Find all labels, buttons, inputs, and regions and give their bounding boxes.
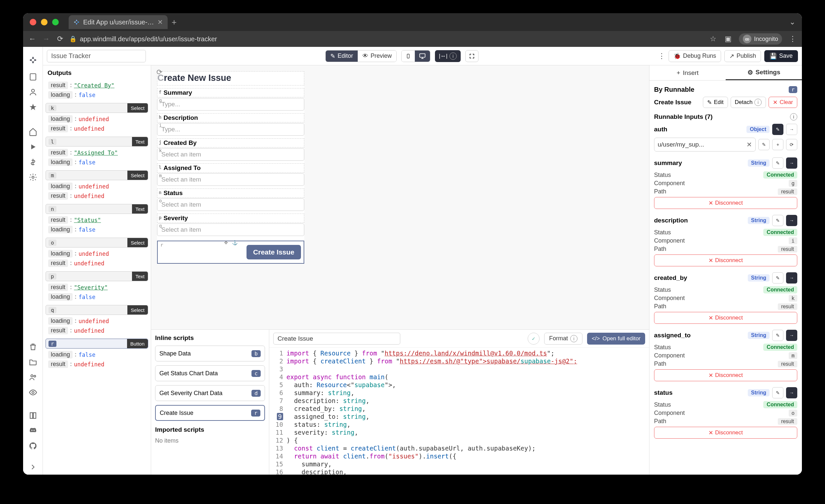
- select-input[interactable]: Select an item: [157, 223, 304, 236]
- debug-runs-button[interactable]: 🐞Debug Runs: [669, 50, 721, 62]
- edit-type-button[interactable]: ✎: [772, 124, 783, 135]
- rail-github-icon[interactable]: [23, 438, 43, 453]
- star-icon[interactable]: ☆: [708, 34, 718, 43]
- settings-tab[interactable]: ⚙Settings: [726, 65, 802, 80]
- select-input[interactable]: Select an item: [157, 173, 304, 186]
- script-name-input[interactable]: [273, 333, 400, 345]
- type-badge: String: [748, 217, 769, 224]
- edit-button[interactable]: ✎: [772, 157, 783, 169]
- fullscreen-button[interactable]: [465, 50, 478, 62]
- url-bar[interactable]: 🔒 app.windmill.dev/apps/edit/u/user/issu…: [69, 35, 704, 43]
- rail-trash-icon[interactable]: [23, 339, 43, 355]
- link-button[interactable]: →: [786, 272, 797, 284]
- disconnect-button[interactable]: ✕ Disconnect: [654, 197, 797, 209]
- script-item[interactable]: Create Issuer: [155, 405, 265, 421]
- check-icon[interactable]: ✓: [528, 333, 539, 345]
- rail-gear-icon[interactable]: [23, 170, 43, 185]
- width-button[interactable]: |↔|i: [435, 50, 461, 62]
- tab-title: Edit App u/user/issue-tracker |: [83, 18, 154, 26]
- auth-resource-select[interactable]: u/user/my_sup... ✕: [654, 138, 756, 151]
- edit-resource-button[interactable]: ✎: [758, 139, 769, 150]
- edit-button[interactable]: ✎: [772, 387, 783, 399]
- disconnect-button[interactable]: ✕ Disconnect: [654, 369, 797, 381]
- script-item[interactable]: Get Severity Chart Datad: [155, 385, 265, 401]
- detach-button[interactable]: Detachi: [731, 97, 766, 108]
- canvas[interactable]: ⟳ Create New Issue fSummarygType...hDesc…: [151, 65, 649, 330]
- window-close-icon[interactable]: [30, 19, 36, 25]
- link-button[interactable]: →: [786, 387, 797, 399]
- move-icon[interactable]: ✥: [224, 240, 228, 245]
- rail-home-icon[interactable]: [23, 124, 43, 139]
- tab-close-icon[interactable]: ✕: [157, 18, 163, 26]
- nav-back-icon[interactable]: ←: [28, 34, 37, 43]
- browser-tab[interactable]: Edit App u/user/issue-tracker | ✕: [69, 15, 168, 29]
- rail-play-icon[interactable]: [23, 139, 43, 154]
- url-text: app.windmill.dev/apps/edit/u/user/issue-…: [80, 35, 217, 43]
- output-component-header[interactable]: lText: [46, 137, 148, 147]
- rail-users-icon[interactable]: [23, 370, 43, 385]
- link-button[interactable]: →: [786, 157, 797, 169]
- publish-button[interactable]: ↗Publish: [724, 50, 761, 62]
- nav-fwd-icon[interactable]: →: [42, 34, 51, 43]
- mobile-viewport-button[interactable]: [401, 51, 415, 62]
- link-button[interactable]: →: [786, 330, 797, 341]
- save-button[interactable]: 💾Save: [764, 50, 798, 62]
- window-max-icon[interactable]: [52, 19, 59, 25]
- new-tab-button[interactable]: +: [172, 17, 176, 27]
- disconnect-button[interactable]: ✕ Disconnect: [654, 312, 797, 324]
- rail-star-icon[interactable]: [23, 100, 43, 115]
- chevron-down-icon[interactable]: ⌄: [790, 18, 795, 26]
- text-input[interactable]: Type...: [157, 123, 304, 136]
- select-input[interactable]: Select an item: [157, 148, 304, 161]
- window-min-icon[interactable]: [41, 19, 48, 25]
- reload-icon[interactable]: ⟳: [56, 34, 65, 43]
- rail-discord-icon[interactable]: [23, 423, 43, 438]
- more-icon[interactable]: ⋮: [658, 52, 665, 60]
- refresh-button[interactable]: ⟳: [786, 139, 797, 150]
- app-name-input[interactable]: [47, 50, 146, 62]
- create-issue-button[interactable]: Create Issue: [246, 245, 301, 260]
- link-button[interactable]: →: [786, 215, 797, 226]
- editor-mode-button[interactable]: ✎Editor: [326, 51, 358, 62]
- rail-eye-icon[interactable]: [23, 385, 43, 400]
- code-editor[interactable]: 12345678910111213141516 import { Resourc…: [269, 348, 649, 475]
- edit-button[interactable]: ✎: [772, 330, 783, 341]
- script-item[interactable]: Shape Datab: [155, 346, 265, 361]
- logo-icon[interactable]: [23, 51, 43, 69]
- anchor-icon[interactable]: ⚓: [232, 240, 238, 245]
- add-resource-button[interactable]: +: [772, 139, 783, 150]
- panel-icon[interactable]: ▣: [724, 34, 733, 43]
- rail-dollar-icon[interactable]: [23, 154, 43, 170]
- clear-icon[interactable]: ✕: [746, 141, 752, 149]
- edit-button[interactable]: ✎: [772, 272, 783, 284]
- edit-button[interactable]: ✎Edit: [703, 97, 728, 108]
- button-region[interactable]: r ✥⚓ Create Issue: [157, 240, 304, 264]
- output-component-header[interactable]: mSelect: [46, 170, 148, 180]
- desktop-viewport-button[interactable]: [415, 51, 430, 62]
- rail-book-icon[interactable]: [23, 408, 43, 423]
- info-icon[interactable]: i: [790, 113, 797, 121]
- text-input[interactable]: Type...: [157, 98, 304, 111]
- rail-page-icon[interactable]: [23, 69, 43, 84]
- disconnect-button[interactable]: ✕ Disconnect: [654, 255, 797, 266]
- preview-mode-button[interactable]: 👁Preview: [358, 51, 396, 62]
- select-input[interactable]: Select an item: [157, 198, 304, 211]
- menu-icon[interactable]: ⋮: [788, 34, 797, 43]
- open-full-editor-button[interactable]: </>Open full editor: [587, 333, 645, 345]
- rail-expand-icon[interactable]: [23, 459, 43, 475]
- format-button[interactable]: Formati: [544, 333, 583, 345]
- output-component-header[interactable]: pText: [46, 271, 148, 281]
- script-item[interactable]: Get Status Chart Datac: [155, 365, 265, 381]
- output-component-header[interactable]: nText: [46, 204, 148, 214]
- rail-user-icon[interactable]: [23, 84, 43, 100]
- link-button[interactable]: →: [786, 124, 797, 135]
- output-component-header[interactable]: rButton: [46, 339, 148, 349]
- clear-button[interactable]: ✕Clear: [768, 97, 797, 108]
- output-component-header[interactable]: kSelect: [46, 103, 148, 113]
- rail-folder-icon[interactable]: [23, 355, 43, 370]
- edit-button[interactable]: ✎: [772, 215, 783, 226]
- insert-tab[interactable]: +Insert: [650, 65, 726, 80]
- output-component-header[interactable]: qSelect: [46, 305, 148, 315]
- disconnect-button[interactable]: ✕ Disconnect: [654, 427, 797, 439]
- output-component-header[interactable]: oSelect: [46, 238, 148, 247]
